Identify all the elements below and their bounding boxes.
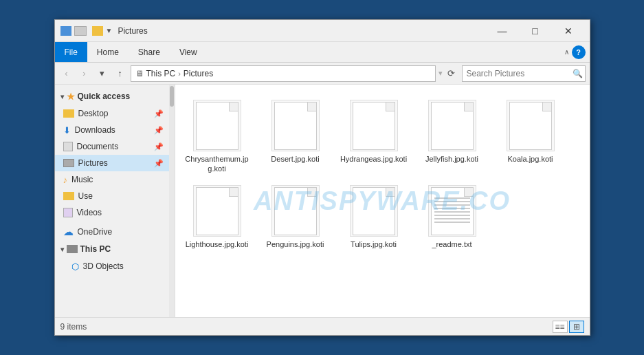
status-bar: 9 items ≡≡ ⊞ bbox=[55, 317, 590, 335]
this-pc-header[interactable]: ▾ This PC bbox=[55, 240, 169, 258]
sidebar-item-videos[interactable]: Videos bbox=[55, 204, 169, 221]
sidebar-label-pictures: Pictures bbox=[78, 158, 108, 168]
music-icon: ♪ bbox=[63, 175, 68, 185]
quick-access-star-icon: ★ bbox=[67, 92, 75, 102]
txt-line-7 bbox=[434, 218, 470, 219]
sidebar-scrollbar[interactable] bbox=[169, 85, 175, 317]
maximize-button[interactable]: □ bbox=[520, 21, 551, 41]
address-right: ▾ ⟳ bbox=[438, 66, 459, 81]
window-icon bbox=[60, 26, 71, 36]
back-button[interactable]: ‹ bbox=[59, 66, 74, 81]
file-thumb-inner-hydrangeas bbox=[353, 102, 395, 150]
file-item-penguins[interactable]: Penguins.jpg.koti bbox=[258, 177, 333, 259]
file-thumb-inner-penguins bbox=[274, 187, 317, 235]
file-item-chrysanthemum[interactable]: Chrysanthemum.jpg.koti bbox=[179, 92, 255, 174]
search-box[interactable]: 🔍 bbox=[462, 65, 586, 82]
file-item-hydrangeas[interactable]: Hydrangeas.jpg.koti bbox=[336, 92, 412, 174]
file-thumb-jellyfish bbox=[428, 100, 476, 151]
tab-home[interactable]: Home bbox=[87, 42, 129, 62]
file-thumb-txt-readme bbox=[431, 187, 474, 235]
main-area: ▾ ★ Quick access Desktop 📌 ⬇ Downloads 📌 bbox=[55, 85, 590, 317]
sidebar-item-use[interactable]: Use bbox=[55, 188, 169, 204]
recent-button[interactable]: ▾ bbox=[95, 66, 110, 81]
sidebar-label-videos: Videos bbox=[77, 208, 102, 217]
file-item-koala[interactable]: Koala.jpg.koti bbox=[493, 92, 568, 174]
file-thumb-chrysanthemum bbox=[193, 100, 241, 151]
path-icon: 🖥 bbox=[135, 69, 144, 78]
file-item-readme[interactable]: _readme.txt bbox=[414, 177, 490, 259]
minimize-button[interactable]: — bbox=[487, 21, 518, 41]
sidebar: ▾ ★ Quick access Desktop 📌 ⬇ Downloads 📌 bbox=[55, 85, 169, 317]
sidebar-label-downloads: Downloads bbox=[75, 125, 115, 135]
file-name-hydrangeas: Hydrangeas.jpg.koti bbox=[340, 154, 407, 164]
sidebar-item-3d-objects[interactable]: ⬡ 3D Objects bbox=[55, 258, 169, 275]
pictures-folder-icon bbox=[63, 159, 74, 167]
sidebar-item-documents[interactable]: Documents 📌 bbox=[55, 138, 169, 155]
txt-line-2 bbox=[434, 201, 470, 202]
path-this-pc[interactable]: This PC bbox=[146, 69, 176, 78]
ribbon-expand-icon[interactable]: ∧ bbox=[564, 48, 569, 56]
window-title: Pictures bbox=[118, 26, 147, 36]
this-pc-arrow: ▾ bbox=[60, 246, 64, 253]
address-bar: ‹ › ▾ ↑ 🖥 This PC › Pictures ▾ ⟳ 🔍 bbox=[55, 63, 590, 85]
path-sep-1: › bbox=[178, 69, 181, 78]
txt-lines-readme bbox=[434, 197, 470, 225]
sidebar-label-onedrive: OneDrive bbox=[78, 227, 113, 237]
file-name-readme: _readme.txt bbox=[432, 239, 471, 249]
refresh-button[interactable]: ⟳ bbox=[444, 66, 459, 81]
up-button[interactable]: ↑ bbox=[113, 66, 128, 81]
downloads-arrow-icon: ⬇ bbox=[63, 125, 71, 136]
grid-view-button[interactable]: ⊞ bbox=[569, 321, 584, 333]
forward-button[interactable]: › bbox=[77, 66, 92, 81]
close-button[interactable]: ✕ bbox=[553, 21, 584, 41]
path-dropdown-icon[interactable]: ▾ bbox=[438, 69, 443, 78]
quick-access-header[interactable]: ▾ ★ Quick access bbox=[55, 87, 169, 105]
sidebar-wrapper: ▾ ★ Quick access Desktop 📌 ⬇ Downloads 📌 bbox=[55, 85, 175, 317]
title-bar-left: ▼ Pictures bbox=[60, 26, 487, 36]
title-mini-btn1[interactable] bbox=[74, 26, 87, 36]
documents-pin-icon: 📌 bbox=[154, 142, 164, 151]
sidebar-item-onedrive[interactable]: ☁ OneDrive bbox=[55, 224, 169, 240]
sidebar-label-3d-objects: 3D Objects bbox=[83, 261, 124, 271]
file-explorer-window: ▼ Pictures — □ ✕ File Home Share View ∧ … bbox=[54, 19, 590, 336]
help-button[interactable]: ? bbox=[572, 45, 586, 59]
ribbon-right: ∧ ? bbox=[564, 45, 590, 59]
file-item-desert[interactable]: Desert.jpg.koti bbox=[258, 92, 333, 174]
file-item-tulips[interactable]: Tulips.jpg.koti bbox=[336, 177, 412, 259]
sidebar-item-desktop[interactable]: Desktop 📌 bbox=[55, 105, 169, 122]
view-buttons: ≡≡ ⊞ bbox=[553, 321, 584, 333]
address-path[interactable]: 🖥 This PC › Pictures bbox=[131, 65, 436, 82]
tab-file[interactable]: File bbox=[55, 42, 87, 62]
list-view-button[interactable]: ≡≡ bbox=[553, 321, 568, 333]
file-thumb-inner-lighthouse bbox=[196, 187, 238, 235]
file-thumb-koala bbox=[507, 100, 555, 151]
file-thumb-inner-tulips bbox=[353, 187, 395, 235]
tab-view[interactable]: View bbox=[170, 42, 207, 62]
documents-doc-icon bbox=[63, 142, 73, 151]
file-name-lighthouse: Lighthouse.jpg.koti bbox=[186, 239, 249, 249]
onedrive-cloud-icon: ☁ bbox=[63, 226, 74, 238]
sidebar-label-this-pc: This PC bbox=[80, 244, 111, 254]
search-input[interactable] bbox=[467, 69, 570, 78]
search-icon[interactable]: 🔍 bbox=[573, 69, 583, 78]
sidebar-item-downloads[interactable]: ⬇ Downloads 📌 bbox=[55, 122, 169, 138]
file-name-jellyfish: Jellyfish.jpg.koti bbox=[425, 154, 478, 164]
tab-share[interactable]: Share bbox=[129, 42, 170, 62]
path-pictures[interactable]: Pictures bbox=[184, 69, 213, 78]
sidebar-item-music[interactable]: ♪ Music bbox=[55, 171, 169, 188]
file-name-penguins: Penguins.jpg.koti bbox=[267, 239, 324, 249]
file-item-jellyfish[interactable]: Jellyfish.jpg.koti bbox=[414, 92, 490, 174]
title-bar-controls: — □ ✕ bbox=[487, 21, 584, 41]
sidebar-label-documents: Documents bbox=[77, 142, 119, 151]
txt-line-1 bbox=[434, 197, 470, 199]
file-thumb-inner-chrysanthemum bbox=[196, 102, 238, 150]
sidebar-item-pictures[interactable]: Pictures 📌 bbox=[55, 155, 169, 171]
file-thumb-penguins bbox=[271, 185, 320, 237]
file-item-lighthouse[interactable]: Lighthouse.jpg.koti bbox=[179, 177, 255, 259]
file-name-chrysanthemum: Chrysanthemum.jpg.koti bbox=[184, 154, 251, 174]
txt-line-4 bbox=[434, 208, 470, 209]
quick-access-label: Quick access bbox=[78, 92, 131, 101]
file-thumb-inner-desert bbox=[274, 102, 317, 150]
this-pc-icon bbox=[67, 245, 78, 253]
title-arrow: ▼ bbox=[106, 27, 113, 34]
